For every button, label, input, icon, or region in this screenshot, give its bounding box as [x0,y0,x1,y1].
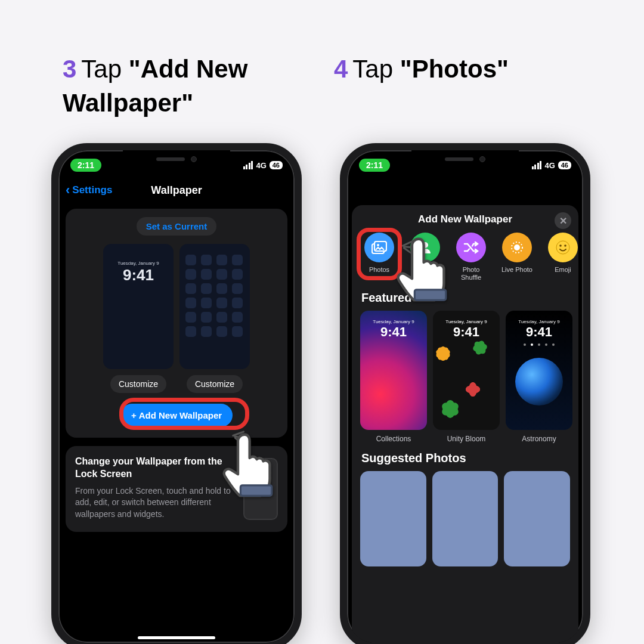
add-wallpaper-sheet: Add New Wallpaper ✕ Photos [352,205,578,643]
category-row[interactable]: Photos People Photo Shuffle [352,233,578,287]
step-number: 4 [334,55,348,83]
svg-point-4 [422,242,428,248]
plus-icon: + [131,410,137,420]
featured-astronomy[interactable]: Tuesday, January 9 9:41 Astronomy [506,311,572,443]
battery-icon: 46 [558,161,571,169]
svg-point-9 [564,244,566,247]
wallpaper-card: Set as Current Tuesday, January 9 9:41 C… [66,209,287,438]
tip-body: From your Lock Screen, touch and hold to… [75,485,235,521]
tip-mini-phone [243,458,278,520]
phone-step-4: 2:11 4G 46 Add New Wallpaper ✕ [340,143,590,644]
network-label: 4G [544,161,555,170]
chevron-left-icon: ‹ [66,182,70,198]
home-indicator[interactable] [138,636,215,639]
lockscreen-tip-card: Change your Wallpaper from the Lock Scre… [66,446,287,532]
featured-heading: Featured [352,287,578,311]
status-time: 2:11 [70,159,101,172]
svg-point-8 [559,244,562,247]
page-title: Wallpaper [151,184,202,197]
nav-bar: ‹ Settings Wallpaper [58,177,295,204]
svg-point-7 [556,241,569,254]
step-3-heading: 3Tap "Add New Wallpaper" [63,52,301,120]
set-as-current-button[interactable]: Set as Current [137,217,217,236]
sheet-title: Add New Wallpaper [418,213,512,225]
shuffle-icon [456,233,486,262]
lockscreen-preview[interactable]: Tuesday, January 9 9:41 [103,244,174,369]
live-photo-icon [502,233,532,262]
add-new-wallpaper-button[interactable]: +Add New Wallpaper [120,404,233,427]
status-time: 2:11 [359,159,390,172]
close-button[interactable]: ✕ [555,212,571,229]
emoji-icon [548,233,578,262]
earth-icon [515,358,563,405]
featured-unity-bloom[interactable]: Tuesday, January 9 9:41 [433,311,500,443]
svg-point-5 [515,245,519,250]
customize-lock-button[interactable]: Customize [110,375,166,393]
customize-home-button[interactable]: Customize [187,375,243,393]
tip-title: Change your Wallpaper from the Lock Scre… [75,456,235,481]
homescreen-preview[interactable] [179,244,250,369]
category-photo-shuffle[interactable]: Photo Shuffle [452,233,490,281]
suggested-photo[interactable] [360,471,426,566]
category-emoji[interactable]: Emoji [544,233,578,281]
step-4-heading: 4Tap "Photos" [334,52,584,86]
featured-collections[interactable]: Tuesday, January 9 9:41 Collections [360,311,427,443]
step-number: 3 [63,55,76,83]
notch [123,150,230,168]
phone-step-3: 2:11 4G 46 ‹ Settings Wallpaper Set as C… [51,143,302,644]
back-button[interactable]: ‹ Settings [66,182,112,198]
suggested-heading: Suggested Photos [352,448,578,471]
featured-row[interactable]: Tuesday, January 9 9:41 Collections Tues… [352,311,578,448]
signal-icon [243,161,253,169]
close-icon: ✕ [559,215,567,227]
signal-icon [532,161,542,169]
suggested-photo[interactable] [432,471,499,566]
network-label: 4G [256,161,266,170]
battery-icon: 46 [270,161,283,169]
svg-point-3 [377,244,379,246]
notch [411,150,519,168]
photos-icon [364,233,394,262]
back-label: Settings [72,184,112,196]
category-photos[interactable]: Photos [360,233,398,281]
suggested-photos-row[interactable] [352,471,578,566]
category-live-photo[interactable]: Live Photo [498,233,536,281]
suggested-photo[interactable] [504,471,570,566]
